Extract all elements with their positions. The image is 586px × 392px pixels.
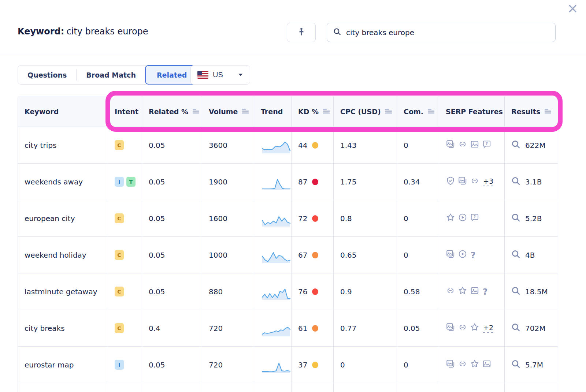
table-header-row: Keyword Intent Related % Volume Trend KD… bbox=[18, 96, 558, 127]
keyword-link[interactable]: eurostar map bbox=[25, 361, 74, 369]
results-value: 5.7M bbox=[525, 361, 543, 369]
trend-sparkline bbox=[261, 356, 291, 374]
keyword-link[interactable]: lastminute getaway bbox=[25, 287, 97, 296]
link-icon bbox=[458, 359, 467, 370]
image-icon bbox=[482, 359, 492, 370]
kd-value: 37 bbox=[298, 361, 307, 369]
intent-cell: C bbox=[108, 237, 142, 273]
table-row: city tripsC0.053600441.430?622M bbox=[18, 127, 558, 164]
keyword-link[interactable]: weekends away bbox=[25, 178, 83, 186]
link-icon bbox=[446, 286, 455, 297]
related-percent-value: 0.05 bbox=[149, 178, 165, 186]
image-stack-icon bbox=[446, 139, 455, 151]
svg-text:?: ? bbox=[486, 142, 488, 146]
pin-button[interactable] bbox=[287, 23, 316, 42]
table-row-partial bbox=[18, 383, 558, 392]
keyword-link[interactable]: city trips bbox=[25, 141, 56, 150]
magnifier-icon bbox=[511, 359, 520, 370]
tab-broad-match[interactable]: Broad Match bbox=[77, 66, 145, 84]
serp-features-cell: +2 bbox=[446, 322, 493, 334]
keyword-link[interactable]: weekend holiday bbox=[25, 251, 86, 260]
intent-cell: I bbox=[108, 347, 142, 383]
col-related: Related % bbox=[149, 108, 188, 116]
trend-sparkline bbox=[261, 246, 291, 264]
intent-cell: C bbox=[108, 273, 142, 310]
serp-features-cell: ? bbox=[446, 286, 487, 297]
intent-cell: C bbox=[108, 310, 142, 347]
magnifier-icon bbox=[511, 286, 520, 297]
trend-sparkline bbox=[261, 209, 291, 228]
intent-badge-t: T bbox=[126, 177, 136, 187]
star-icon bbox=[446, 213, 455, 224]
competition-value: 0.34 bbox=[404, 178, 420, 186]
col-results: Results bbox=[511, 108, 540, 116]
volume-value: 880 bbox=[209, 287, 223, 296]
keyword-link[interactable]: city breaks bbox=[25, 324, 65, 333]
intent-badge-c: C bbox=[115, 287, 124, 296]
chat-question-icon: ? bbox=[482, 139, 492, 151]
kd-difficulty-dot bbox=[312, 179, 318, 185]
col-kd: KD % bbox=[298, 108, 319, 116]
search-input[interactable]: city breaks europe bbox=[327, 23, 556, 42]
kd-difficulty-dot bbox=[312, 142, 318, 149]
results-value: 5.2B bbox=[525, 214, 542, 223]
results-value: 4B bbox=[525, 251, 535, 260]
region-dropdown[interactable]: US bbox=[190, 65, 250, 85]
related-percent-value: 0.4 bbox=[149, 324, 160, 333]
kd-value: 87 bbox=[298, 178, 307, 186]
image-stack-icon bbox=[446, 359, 455, 370]
table-row: european cityC0.051600720.80?5.2B bbox=[18, 200, 558, 237]
keyword-overview-panel: Keyword:city breaks europe city breaks e… bbox=[0, 0, 586, 392]
sort-icon[interactable] bbox=[427, 108, 435, 116]
table-row: city breaksC0.4720610.770.05+2702M bbox=[18, 310, 558, 347]
keyword-link[interactable]: european city bbox=[25, 214, 75, 223]
pin-icon bbox=[297, 27, 306, 38]
serp-more-badge[interactable]: +3 bbox=[483, 177, 493, 186]
volume-value: 3600 bbox=[209, 141, 227, 150]
trend-sparkline bbox=[261, 173, 291, 191]
competition-value: 0 bbox=[404, 141, 408, 150]
serp-more-badge[interactable]: +2 bbox=[483, 324, 493, 333]
shield-check-icon bbox=[446, 176, 455, 187]
sort-icon[interactable] bbox=[544, 108, 552, 116]
magnifier-icon bbox=[511, 140, 520, 151]
magnifier-icon bbox=[511, 213, 520, 224]
competition-value: 0 bbox=[404, 251, 408, 260]
results-value: 702M bbox=[525, 324, 545, 333]
col-volume: Volume bbox=[209, 108, 238, 116]
close-icon[interactable] bbox=[567, 3, 578, 14]
related-percent-value: 0.05 bbox=[149, 287, 165, 296]
intent-badge-c: C bbox=[115, 140, 124, 150]
related-percent-value: 0.05 bbox=[149, 251, 165, 260]
competition-value: 0.58 bbox=[404, 287, 420, 296]
image-icon bbox=[470, 286, 479, 297]
sort-icon[interactable] bbox=[192, 108, 200, 116]
serp-features-cell: ? bbox=[446, 249, 475, 261]
cpc-value: 0.9 bbox=[340, 287, 352, 296]
header-divider bbox=[0, 54, 586, 54]
kd-value: 44 bbox=[298, 141, 307, 150]
sort-icon[interactable] bbox=[323, 108, 330, 116]
image-stack-icon bbox=[458, 176, 467, 187]
kd-difficulty-dot bbox=[312, 325, 318, 332]
cpc-value: 0 bbox=[340, 361, 345, 369]
col-intent: Intent bbox=[115, 108, 138, 116]
cpc-value: 1.75 bbox=[340, 178, 357, 186]
sort-icon[interactable] bbox=[385, 108, 392, 116]
magnifier-icon bbox=[511, 176, 520, 187]
sort-icon[interactable] bbox=[242, 108, 249, 116]
link-icon bbox=[458, 139, 467, 151]
star-icon bbox=[458, 286, 467, 297]
kd-value: 76 bbox=[298, 287, 307, 296]
page-title: Keyword:city breaks europe bbox=[18, 26, 148, 37]
results-value: 18.5M bbox=[525, 287, 548, 296]
cpc-value: 0.8 bbox=[340, 214, 352, 223]
tab-questions[interactable]: Questions bbox=[18, 66, 76, 84]
table-row: eurostar mapI0.0572037005.7M bbox=[18, 347, 558, 383]
results-value: 3.1B bbox=[525, 178, 542, 186]
image-icon bbox=[470, 139, 479, 151]
competition-value: 0 bbox=[404, 214, 408, 223]
cpc-value: 1.43 bbox=[340, 141, 357, 150]
link-icon bbox=[470, 176, 479, 187]
intent-badge-c: C bbox=[115, 250, 124, 260]
